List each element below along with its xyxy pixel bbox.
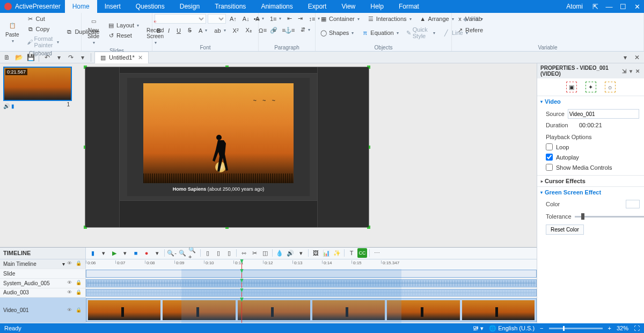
arrange-button[interactable]: ▲Arrange bbox=[417, 14, 456, 24]
display-icon[interactable]: 🖳 ▾ bbox=[473, 325, 484, 332]
tab-format[interactable]: Format bbox=[391, 0, 427, 13]
paste-button[interactable]: 📋 Paste bbox=[2, 18, 23, 45]
tl-play-icon[interactable]: ▶ bbox=[109, 248, 119, 258]
tab-design[interactable]: Design bbox=[172, 0, 207, 13]
new-slide-button[interactable]: ▭ New Slide bbox=[84, 14, 103, 47]
section-video[interactable]: ▾Video bbox=[537, 96, 644, 107]
superscript-button[interactable]: X² bbox=[231, 26, 241, 35]
tl-trim-icon[interactable]: ✂ bbox=[250, 248, 259, 258]
props-close-icon[interactable]: ✕ bbox=[634, 68, 641, 74]
undo-dropdown[interactable]: ▾ bbox=[54, 53, 64, 62]
undo-icon[interactable]: ↶ bbox=[42, 53, 52, 62]
close-button[interactable]: ✕ bbox=[630, 3, 644, 11]
indent-button[interactable]: ⇥ bbox=[296, 14, 305, 23]
tl-record-icon[interactable]: ● bbox=[142, 248, 151, 258]
tl-stop-icon[interactable]: ■ bbox=[131, 248, 141, 258]
tab-view[interactable]: View bbox=[334, 0, 363, 13]
eye-icon[interactable]: 👁 bbox=[67, 289, 74, 296]
source-input[interactable] bbox=[568, 109, 639, 119]
tl-snap3-icon[interactable]: ▯ bbox=[224, 248, 234, 258]
minimize-button[interactable]: — bbox=[602, 3, 616, 11]
tab-animations[interactable]: Animations bbox=[253, 0, 300, 13]
tl-cc-icon[interactable]: CC bbox=[357, 248, 367, 258]
bold-button[interactable]: B bbox=[155, 26, 163, 35]
tolerance-slider[interactable] bbox=[575, 216, 644, 218]
prop-tab-interactivity-icon[interactable]: ✦ bbox=[586, 82, 596, 92]
tl-zoom-in-icon[interactable]: 🔍+ bbox=[188, 248, 198, 258]
track-video[interactable]: Video_001👁🔒 bbox=[0, 298, 86, 323]
interactions-button[interactable]: ☰Interactions bbox=[365, 14, 414, 24]
prop-tab-video-icon[interactable]: ▣ bbox=[566, 82, 577, 92]
lock-icon[interactable]: 🔒 bbox=[76, 260, 82, 267]
outdent-button[interactable]: ⇤ bbox=[285, 14, 294, 23]
track-slide[interactable]: Slide bbox=[0, 269, 86, 278]
tl-color-icon[interactable]: 💧 bbox=[275, 248, 284, 258]
format-painter-button[interactable]: 🖌Format Painter bbox=[25, 34, 62, 49]
prop-tab-audio-icon[interactable]: ☼ bbox=[605, 82, 616, 92]
panel-close-icon[interactable]: ✕ bbox=[632, 53, 642, 62]
tl-skip-start-icon[interactable]: ▮ bbox=[88, 248, 98, 258]
font-family-select[interactable] bbox=[155, 14, 206, 24]
zoom-slider[interactable] bbox=[549, 328, 603, 329]
quick-style-button[interactable]: ✎Quick Style bbox=[404, 25, 437, 40]
tl-chart-icon[interactable]: 📊 bbox=[321, 248, 331, 258]
redo-icon[interactable]: ↷ bbox=[66, 53, 76, 62]
tab-transitions[interactable]: Transitions bbox=[207, 0, 253, 13]
track-sys-audio[interactable]: System_Audio_005👁🔒 bbox=[0, 279, 86, 288]
vert-align-button[interactable]: ⇵ bbox=[298, 25, 312, 34]
copy-button[interactable]: ⧉Copy bbox=[25, 24, 62, 34]
cut-button[interactable]: ✂Cut bbox=[25, 14, 62, 24]
align-center-button[interactable]: ≡ bbox=[270, 25, 278, 34]
tl-volume-icon[interactable]: 🔊 bbox=[286, 248, 295, 258]
tl-snap1-icon[interactable]: ▯ bbox=[203, 248, 213, 258]
green-color-swatch[interactable] bbox=[626, 200, 640, 208]
document-tab[interactable]: ▥ Untitled1* ✕ bbox=[94, 52, 149, 63]
italic-button[interactable]: I bbox=[166, 26, 172, 35]
tl-zoom-fit-icon[interactable]: 🔍 bbox=[178, 248, 187, 258]
save-icon[interactable]: 💾 bbox=[26, 53, 35, 62]
new-doc-icon[interactable]: 🗎 bbox=[2, 53, 12, 62]
underline-button[interactable]: U bbox=[174, 26, 183, 35]
slide-canvas[interactable]: ~ ~ ~ Homo Sapiens (about 250,000 years … bbox=[85, 67, 369, 228]
lock-icon[interactable]: 🔒 bbox=[76, 289, 82, 296]
reference-button[interactable]: ↗Refere bbox=[454, 25, 485, 35]
section-green-screen[interactable]: ▾Green Screen Effect bbox=[537, 187, 644, 198]
tl-text-icon[interactable]: T bbox=[347, 248, 356, 258]
eye-icon[interactable]: 👁 bbox=[67, 260, 74, 267]
font-size-select[interactable] bbox=[208, 14, 226, 24]
tl-more-icon[interactable]: ⋯ bbox=[372, 248, 382, 258]
container-button[interactable]: ▦Container bbox=[318, 14, 362, 24]
tl-play-dropdown[interactable]: ▾ bbox=[120, 248, 130, 258]
loop-checkbox[interactable] bbox=[546, 143, 553, 150]
align-right-button[interactable]: ≡ bbox=[280, 25, 288, 34]
zoom-out-button[interactable]: − bbox=[540, 325, 543, 331]
fit-screen-icon[interactable]: ⛶ bbox=[634, 325, 640, 331]
open-icon[interactable]: 📂 bbox=[14, 53, 24, 62]
track-audio[interactable]: Audio_003👁🔒 bbox=[0, 288, 86, 298]
lock-icon[interactable]: 🔒 bbox=[76, 280, 82, 286]
tl-image-icon[interactable]: 🖼 bbox=[311, 248, 320, 258]
autoplay-checkbox[interactable] bbox=[546, 154, 553, 161]
tl-snap2-icon[interactable]: ▯ bbox=[214, 248, 223, 258]
layout-button[interactable]: ▤Layout bbox=[105, 20, 141, 30]
tab-export[interactable]: Export bbox=[301, 0, 334, 13]
tab-help[interactable]: Help bbox=[363, 0, 391, 13]
playhead[interactable] bbox=[241, 259, 242, 269]
tab-insert[interactable]: Insert bbox=[97, 0, 128, 13]
shapes-button[interactable]: ◯Shapes bbox=[318, 25, 356, 40]
slide-thumbnail-1[interactable]: 0:21.567 1 bbox=[3, 67, 72, 101]
font-color-button[interactable]: A bbox=[196, 26, 209, 35]
timeline-ruler[interactable]: 0:060:070:080:090:100:110:120:130:140:15… bbox=[86, 259, 537, 269]
justify-button[interactable]: ≡ bbox=[289, 25, 297, 34]
lock-icon[interactable]: 🔒 bbox=[76, 307, 82, 314]
redo-dropdown[interactable]: ▾ bbox=[78, 53, 87, 62]
tl-record-dropdown[interactable]: ▾ bbox=[152, 248, 162, 258]
pin-button[interactable]: ⇱ bbox=[588, 3, 602, 11]
props-dropdown-icon[interactable]: ▾ bbox=[627, 68, 634, 74]
align-left-button[interactable]: ≡ bbox=[261, 25, 269, 34]
tl-zoom-out-icon[interactable]: 🔍- bbox=[167, 248, 177, 258]
section-cursor[interactable]: ▾Cursor Effects bbox=[537, 176, 644, 186]
bullets-button[interactable]: •≡ bbox=[252, 14, 266, 23]
font-shrink-button[interactable]: A↓ bbox=[240, 15, 252, 23]
show-controls-checkbox[interactable] bbox=[546, 164, 553, 171]
